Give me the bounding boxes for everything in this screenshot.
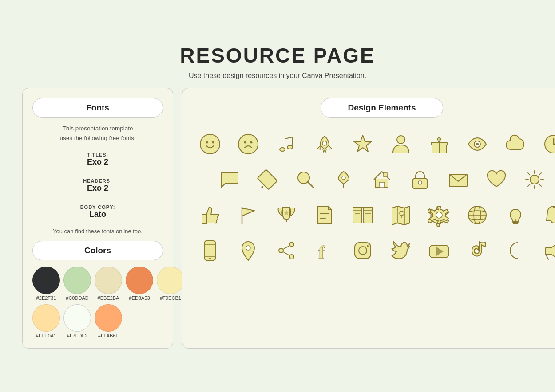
swatch-label: #2E2F31 <box>36 295 56 301</box>
swatch-item: #C0DDAD <box>63 267 91 301</box>
clock-icon <box>539 129 555 159</box>
phone-icon <box>195 235 225 266</box>
swatch-row-1: #2E2F31 #C0DDAD #EBE2BA #ED8A53 <box>32 267 163 301</box>
svg-point-76 <box>209 258 211 259</box>
bell-icon <box>539 200 555 230</box>
svg-point-3 <box>238 134 258 154</box>
icon-grid: f <box>195 129 555 266</box>
trophy-icon <box>271 200 301 230</box>
chat-bubble-icon <box>214 165 244 195</box>
swatch-label: #ED8A53 <box>129 295 150 301</box>
svg-line-10 <box>285 137 293 139</box>
magnifier-icon <box>290 165 321 195</box>
svg-point-13 <box>397 136 405 144</box>
fonts-footer: You can find these fonts online too. <box>32 228 163 235</box>
main-panels: Fonts This presentation template uses th… <box>22 88 533 348</box>
lock-icon <box>405 165 435 195</box>
svg-point-79 <box>279 248 283 253</box>
twitter-icon <box>386 235 416 266</box>
svg-point-34 <box>530 175 539 184</box>
swatch-item: #2E2F31 <box>32 267 60 301</box>
svg-point-86 <box>367 245 369 247</box>
svg-text:f: f <box>318 242 325 262</box>
swatch-item: #FFAB6F <box>95 304 122 338</box>
tiktok-icon <box>462 235 492 266</box>
person-icon <box>386 129 416 159</box>
swatch-item: #F7FDF2 <box>63 304 91 338</box>
rocket-icon <box>309 129 340 159</box>
swatch-label: #FFAB6F <box>98 333 119 338</box>
share-icon <box>271 235 301 266</box>
svg-rect-84 <box>355 243 371 259</box>
icon-row-4: f <box>195 235 555 266</box>
thumbs-up-icon <box>195 200 225 230</box>
headers-font-entry: HEADERS: Exo 2 <box>32 178 163 193</box>
left-panel: Fonts This presentation template uses th… <box>22 88 173 348</box>
swatch-circle <box>95 304 122 332</box>
envelope-icon <box>443 165 473 195</box>
gift-icon <box>424 129 454 159</box>
svg-point-5 <box>250 141 253 144</box>
house-icon <box>367 165 397 195</box>
color-swatches: #2E2F31 #C0DDAD #EBE2BA #ED8A53 <box>32 267 163 338</box>
instagram-icon <box>348 235 378 266</box>
body-font-entry: BODY COPY: Lato <box>32 204 163 219</box>
svg-point-80 <box>289 255 294 259</box>
svg-rect-23 <box>257 170 277 190</box>
swatch-circle <box>95 267 122 294</box>
location-pin-icon <box>233 235 263 266</box>
page-title: RESOURCE PAGE <box>180 43 375 67</box>
svg-point-6 <box>280 148 285 151</box>
flag-icon <box>233 200 263 230</box>
smiley-face-icon <box>195 129 225 159</box>
swatch-circle <box>126 267 153 294</box>
music-note-icon <box>271 129 301 159</box>
pin-icon <box>329 165 359 195</box>
moon-icon <box>500 235 531 266</box>
svg-point-2 <box>212 141 214 144</box>
swatch-label: #EBE2BA <box>98 295 119 301</box>
pencil-icon <box>252 165 282 195</box>
right-panel: Design Elements <box>182 88 555 348</box>
svg-line-42 <box>528 184 530 187</box>
swatch-item: #ED8A53 <box>126 267 153 301</box>
svg-point-4 <box>244 141 246 144</box>
svg-marker-12 <box>354 135 372 152</box>
swatch-circle <box>32 304 60 332</box>
svg-rect-28 <box>379 182 385 188</box>
swatch-circle <box>63 304 91 332</box>
icon-row-2 <box>214 165 550 195</box>
svg-line-39 <box>528 173 530 175</box>
swatch-item: #FFE0A1 <box>32 304 60 338</box>
icon-row-1 <box>195 129 555 159</box>
design-elements-header: Design Elements <box>321 98 443 118</box>
svg-rect-29 <box>384 172 387 177</box>
svg-line-25 <box>308 182 313 188</box>
sad-face-icon <box>233 129 263 159</box>
cloud-icon <box>500 129 531 159</box>
svg-point-0 <box>200 134 220 154</box>
svg-rect-50 <box>353 207 362 223</box>
svg-point-11 <box>322 141 327 145</box>
book-icon <box>348 200 378 230</box>
svg-point-1 <box>206 141 208 144</box>
svg-rect-51 <box>364 207 373 223</box>
swatch-label: #FFE0A1 <box>36 333 56 338</box>
swatch-label: #F9ECB1 <box>160 295 181 301</box>
svg-point-7 <box>287 145 293 149</box>
svg-line-40 <box>539 184 542 187</box>
swatch-circle <box>157 267 184 294</box>
page-subtitle: Use these design resources in your Canva… <box>189 72 366 80</box>
swatch-circle <box>63 267 91 294</box>
swatch-label: #F7FDF2 <box>67 333 87 338</box>
swatch-circle <box>32 267 60 294</box>
svg-point-31 <box>418 181 422 184</box>
svg-line-41 <box>539 173 542 175</box>
heart-icon <box>481 165 511 195</box>
svg-point-22 <box>553 143 555 145</box>
megaphone-icon <box>539 235 555 266</box>
eye-icon <box>462 129 492 159</box>
map-icon <box>386 200 416 230</box>
svg-point-18 <box>476 143 479 145</box>
document-icon <box>309 200 340 230</box>
